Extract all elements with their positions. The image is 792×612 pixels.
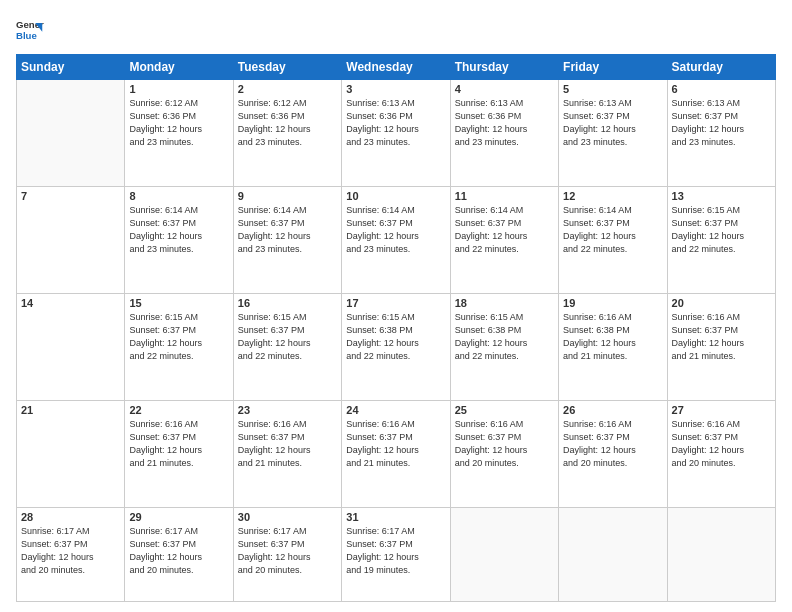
day-info: Sunrise: 6:15 AMSunset: 6:38 PMDaylight:… [455,311,554,363]
day-info: Sunrise: 6:12 AMSunset: 6:36 PMDaylight:… [129,97,228,149]
day-number: 10 [346,190,445,202]
day-info: Sunrise: 6:14 AMSunset: 6:37 PMDaylight:… [563,204,662,256]
calendar-cell: 7 [17,186,125,293]
day-info: Sunrise: 6:17 AMSunset: 6:37 PMDaylight:… [238,525,337,577]
calendar-header-friday: Friday [559,55,667,80]
logo-icon: General Blue [16,16,44,44]
svg-text:Blue: Blue [16,30,37,41]
day-number: 4 [455,83,554,95]
calendar-cell [17,80,125,187]
day-number: 27 [672,404,771,416]
day-number: 20 [672,297,771,309]
day-info: Sunrise: 6:16 AMSunset: 6:37 PMDaylight:… [563,418,662,470]
calendar-cell: 23Sunrise: 6:16 AMSunset: 6:37 PMDayligh… [233,400,341,507]
calendar-cell: 30Sunrise: 6:17 AMSunset: 6:37 PMDayligh… [233,507,341,601]
logo: General Blue [16,16,44,44]
calendar-cell: 3Sunrise: 6:13 AMSunset: 6:36 PMDaylight… [342,80,450,187]
day-number: 16 [238,297,337,309]
day-info: Sunrise: 6:17 AMSunset: 6:37 PMDaylight:… [346,525,445,577]
calendar-header-saturday: Saturday [667,55,775,80]
day-info: Sunrise: 6:13 AMSunset: 6:37 PMDaylight:… [672,97,771,149]
calendar-cell: 14 [17,293,125,400]
calendar-cell: 28Sunrise: 6:17 AMSunset: 6:37 PMDayligh… [17,507,125,601]
day-number: 6 [672,83,771,95]
calendar-cell: 24Sunrise: 6:16 AMSunset: 6:37 PMDayligh… [342,400,450,507]
day-number: 17 [346,297,445,309]
calendar-cell: 4Sunrise: 6:13 AMSunset: 6:36 PMDaylight… [450,80,558,187]
day-info: Sunrise: 6:12 AMSunset: 6:36 PMDaylight:… [238,97,337,149]
calendar-cell: 20Sunrise: 6:16 AMSunset: 6:37 PMDayligh… [667,293,775,400]
day-number: 24 [346,404,445,416]
calendar-cell: 6Sunrise: 6:13 AMSunset: 6:37 PMDaylight… [667,80,775,187]
day-number: 8 [129,190,228,202]
day-info: Sunrise: 6:14 AMSunset: 6:37 PMDaylight:… [455,204,554,256]
calendar-cell: 5Sunrise: 6:13 AMSunset: 6:37 PMDaylight… [559,80,667,187]
day-number: 28 [21,511,120,523]
calendar-week-row: 2122Sunrise: 6:16 AMSunset: 6:37 PMDayli… [17,400,776,507]
calendar-cell: 31Sunrise: 6:17 AMSunset: 6:37 PMDayligh… [342,507,450,601]
day-number: 2 [238,83,337,95]
calendar-cell: 8Sunrise: 6:14 AMSunset: 6:37 PMDaylight… [125,186,233,293]
day-info: Sunrise: 6:16 AMSunset: 6:37 PMDaylight:… [238,418,337,470]
calendar-week-row: 1415Sunrise: 6:15 AMSunset: 6:37 PMDayli… [17,293,776,400]
calendar-header-monday: Monday [125,55,233,80]
day-info: Sunrise: 6:15 AMSunset: 6:37 PMDaylight:… [672,204,771,256]
calendar-week-row: 28Sunrise: 6:17 AMSunset: 6:37 PMDayligh… [17,507,776,601]
calendar-table: SundayMondayTuesdayWednesdayThursdayFrid… [16,54,776,602]
calendar-cell: 26Sunrise: 6:16 AMSunset: 6:37 PMDayligh… [559,400,667,507]
day-number: 18 [455,297,554,309]
calendar-header-row: SundayMondayTuesdayWednesdayThursdayFrid… [17,55,776,80]
calendar-cell: 16Sunrise: 6:15 AMSunset: 6:37 PMDayligh… [233,293,341,400]
day-number: 26 [563,404,662,416]
day-info: Sunrise: 6:16 AMSunset: 6:37 PMDaylight:… [129,418,228,470]
day-info: Sunrise: 6:16 AMSunset: 6:38 PMDaylight:… [563,311,662,363]
day-number: 11 [455,190,554,202]
calendar-header-wednesday: Wednesday [342,55,450,80]
day-number: 21 [21,404,120,416]
day-number: 13 [672,190,771,202]
day-info: Sunrise: 6:15 AMSunset: 6:38 PMDaylight:… [346,311,445,363]
day-number: 31 [346,511,445,523]
calendar-cell: 15Sunrise: 6:15 AMSunset: 6:37 PMDayligh… [125,293,233,400]
calendar-cell [559,507,667,601]
calendar-cell [667,507,775,601]
calendar-cell: 22Sunrise: 6:16 AMSunset: 6:37 PMDayligh… [125,400,233,507]
day-info: Sunrise: 6:15 AMSunset: 6:37 PMDaylight:… [129,311,228,363]
day-number: 12 [563,190,662,202]
calendar-cell: 10Sunrise: 6:14 AMSunset: 6:37 PMDayligh… [342,186,450,293]
day-info: Sunrise: 6:15 AMSunset: 6:37 PMDaylight:… [238,311,337,363]
day-number: 7 [21,190,120,202]
calendar-cell: 21 [17,400,125,507]
day-info: Sunrise: 6:13 AMSunset: 6:37 PMDaylight:… [563,97,662,149]
calendar-cell: 9Sunrise: 6:14 AMSunset: 6:37 PMDaylight… [233,186,341,293]
calendar-header-tuesday: Tuesday [233,55,341,80]
day-number: 29 [129,511,228,523]
day-info: Sunrise: 6:16 AMSunset: 6:37 PMDaylight:… [346,418,445,470]
header: General Blue [16,16,776,44]
day-info: Sunrise: 6:17 AMSunset: 6:37 PMDaylight:… [129,525,228,577]
day-info: Sunrise: 6:13 AMSunset: 6:36 PMDaylight:… [346,97,445,149]
day-number: 19 [563,297,662,309]
day-info: Sunrise: 6:16 AMSunset: 6:37 PMDaylight:… [455,418,554,470]
calendar-cell: 11Sunrise: 6:14 AMSunset: 6:37 PMDayligh… [450,186,558,293]
day-info: Sunrise: 6:16 AMSunset: 6:37 PMDaylight:… [672,311,771,363]
calendar-cell: 12Sunrise: 6:14 AMSunset: 6:37 PMDayligh… [559,186,667,293]
calendar-cell: 13Sunrise: 6:15 AMSunset: 6:37 PMDayligh… [667,186,775,293]
calendar-cell: 27Sunrise: 6:16 AMSunset: 6:37 PMDayligh… [667,400,775,507]
day-number: 1 [129,83,228,95]
calendar-week-row: 78Sunrise: 6:14 AMSunset: 6:37 PMDayligh… [17,186,776,293]
day-number: 5 [563,83,662,95]
day-info: Sunrise: 6:14 AMSunset: 6:37 PMDaylight:… [346,204,445,256]
calendar-cell: 29Sunrise: 6:17 AMSunset: 6:37 PMDayligh… [125,507,233,601]
calendar-header-sunday: Sunday [17,55,125,80]
day-info: Sunrise: 6:16 AMSunset: 6:37 PMDaylight:… [672,418,771,470]
calendar-cell: 2Sunrise: 6:12 AMSunset: 6:36 PMDaylight… [233,80,341,187]
calendar-cell [450,507,558,601]
calendar-cell: 17Sunrise: 6:15 AMSunset: 6:38 PMDayligh… [342,293,450,400]
day-info: Sunrise: 6:14 AMSunset: 6:37 PMDaylight:… [238,204,337,256]
day-info: Sunrise: 6:13 AMSunset: 6:36 PMDaylight:… [455,97,554,149]
calendar-cell: 18Sunrise: 6:15 AMSunset: 6:38 PMDayligh… [450,293,558,400]
calendar-header-thursday: Thursday [450,55,558,80]
day-number: 25 [455,404,554,416]
calendar-cell: 25Sunrise: 6:16 AMSunset: 6:37 PMDayligh… [450,400,558,507]
